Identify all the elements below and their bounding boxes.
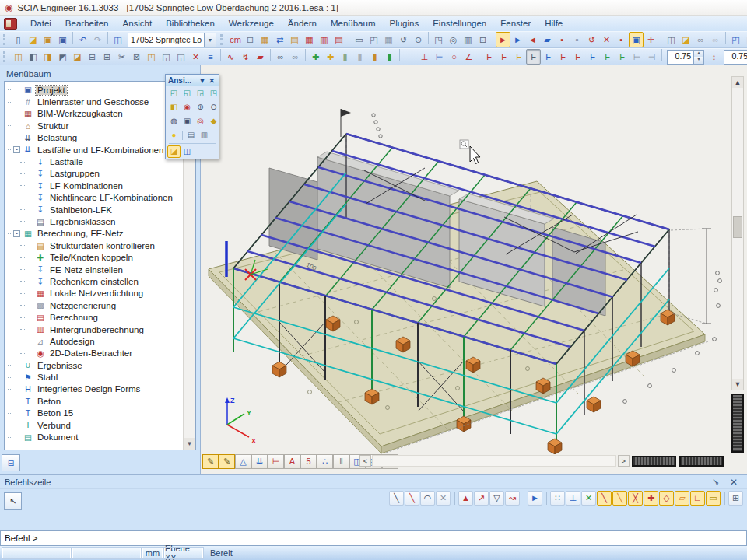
zoom-out-button[interactable]: ⊖ (207, 101, 220, 114)
snap-settings-button[interactable]: ⊞ (728, 491, 743, 506)
document-history-button[interactable]: ⊙ (411, 32, 426, 47)
show-supports-button[interactable]: ⊢ (268, 454, 284, 469)
copy-bar-button[interactable]: ◨ (40, 49, 55, 65)
load-panel-generate-button[interactable]: F (600, 49, 615, 65)
save-button[interactable]: ▣ (55, 32, 70, 47)
snap-line-button[interactable]: ╲ (389, 491, 404, 506)
menu-einstellungen[interactable]: Einstellungen (426, 19, 493, 28)
menu-hilfe[interactable]: Hilfe (538, 19, 570, 28)
stretch-bar-button[interactable]: ⊞ (100, 49, 114, 65)
menu-bibliotheken[interactable]: Bibliotheken (159, 19, 222, 28)
layers-button[interactable]: ⊟ (243, 32, 258, 47)
menu-plugins[interactable]: Plugins (382, 19, 426, 28)
tree-expander-icon[interactable]: - (13, 146, 20, 153)
vscroll-thumb[interactable] (733, 216, 742, 238)
polyline-select-button[interactable]: ∿ (223, 49, 238, 65)
render-image-2-button[interactable]: ▥ (198, 129, 211, 142)
tree-item-rechenkern[interactable]: ↧ Rechenkern einstellen (8, 275, 184, 287)
tree-item-stahlbeton-lfk[interactable]: ↧ Stahlbeton-LFK (8, 204, 184, 215)
render-image-button[interactable]: ▤ (184, 129, 198, 142)
dimension-line-button[interactable]: ― (402, 49, 417, 65)
tree-item-2d-daten[interactable]: ◉ 2D-Daten-Betrachter (8, 348, 184, 359)
view-camera-button[interactable]: ◉ (181, 101, 194, 114)
view-toolbar-header[interactable]: Ansi... ▼ ✕ (166, 75, 219, 86)
tree-item-lastfaelle-gruppe[interactable]: - ⇊ Lastfälle und LF-Kombinationen (8, 144, 184, 156)
print-preview-button[interactable]: ◰ (366, 32, 381, 47)
search-document-button[interactable]: ◎ (446, 32, 461, 47)
tree-item-teile-knoten[interactable]: ✚ Teile/Knoten koppeln (8, 251, 184, 263)
clipboard-button[interactable]: ▤ (287, 32, 302, 47)
undo-button[interactable]: ↶ (75, 32, 90, 47)
tree-expander-icon[interactable]: - (13, 230, 20, 237)
menu-menubaum[interactable]: Menübaum (324, 19, 383, 28)
load-panel-update-button[interactable]: F (615, 49, 630, 65)
center-selection-button[interactable]: ✛ (644, 32, 658, 47)
snap-endpoint-button[interactable]: ╲ (597, 491, 612, 506)
extend-bar-button[interactable]: ⊠ (129, 49, 144, 65)
scale-factor-spinner[interactable]: 0.75 ▲▼ (667, 50, 704, 65)
tree-item-nichtlineare-lf[interactable]: ↧ Nichtlineare LF-Kombinationen (8, 192, 184, 204)
deselect-button[interactable]: ▫ (570, 32, 584, 47)
cut-bar-button[interactable]: ✕ (188, 49, 203, 65)
align-bar-button[interactable]: ≡ (203, 49, 218, 65)
hscroll-right-icon[interactable]: > (618, 455, 630, 467)
document-refresh-button[interactable]: ↺ (396, 32, 411, 47)
tree-item-bim[interactable]: ▦ BIM-Werkzeugkasten (8, 108, 184, 120)
snap-off-button[interactable]: ✕ (581, 491, 596, 506)
vscroll-down-icon[interactable]: ▼ (732, 379, 743, 390)
document-icon[interactable] (4, 18, 17, 30)
ortho-button[interactable]: ⊥ (566, 491, 580, 506)
redo-button[interactable]: ↷ (90, 32, 105, 47)
scale-bar-button[interactable]: ⊟ (85, 49, 100, 65)
tree-item-hintergrundberechnung[interactable]: ▥ Hintergrundberechnung (8, 324, 184, 335)
menu-aendern[interactable]: Ändern (281, 19, 324, 28)
point-node-button[interactable]: ↗ (474, 491, 489, 506)
select-by-polygon-button[interactable]: ▰ (540, 32, 555, 47)
view-corner-button[interactable]: ◧ (167, 101, 181, 114)
tree-item-netzverdichtung[interactable]: ▦ Lokale Netzverdichtung (8, 288, 184, 299)
tree-tab-button[interactable]: ⊟ (2, 454, 20, 471)
visibility-glasses-button[interactable]: ∞ (273, 49, 288, 65)
tree-item-beton-15[interactable]: T Beton 15 (8, 408, 184, 419)
menu-fenster[interactable]: Fenster (493, 19, 538, 28)
zoom-all-button[interactable]: ▣ (181, 115, 194, 128)
menu-bearbeiten[interactable]: Bearbeiten (58, 19, 116, 28)
point-curve-button[interactable]: ↝ (505, 491, 520, 506)
toolbar-close-icon[interactable]: ✕ (207, 77, 216, 85)
undo-selection-button[interactable]: ↺ (584, 32, 599, 47)
save-layer-state-button[interactable]: ◫ (664, 32, 679, 47)
tree-item-integriertes-design[interactable]: H Integriertes Design Forms (8, 383, 184, 395)
zoom-control-horizontal[interactable] (679, 456, 724, 467)
tree-item-berechnung[interactable]: ▤ Berechnung (8, 311, 184, 323)
pan-control-horizontal[interactable] (632, 456, 676, 467)
visibility-glasses-2-button[interactable]: ∞ (288, 49, 303, 65)
naming-button[interactable]: ⊡ (475, 32, 490, 47)
show-sections-button[interactable]: ‖ (333, 454, 349, 469)
load-panel-select-button[interactable]: F (585, 49, 600, 65)
tree-item-ergebnisklassen[interactable]: ▤ Ergebnisklassen (8, 215, 184, 227)
hscroll-left-icon[interactable]: < (359, 455, 371, 467)
tree-item-lastgruppen[interactable]: ↧ Lastgruppen (8, 168, 184, 180)
light-bulb-button[interactable]: ● (167, 129, 181, 142)
dimension-circle-button[interactable]: ○ (447, 49, 461, 65)
select-single-button[interactable]: ▪ (555, 32, 570, 47)
show-nodes-button[interactable]: ∴ (317, 454, 333, 469)
dimension-horizontal-button[interactable]: ⊢ (432, 49, 447, 65)
view-3d-window-button[interactable]: ◫ (181, 145, 194, 158)
snap-line-point-button[interactable]: ╲ (405, 491, 419, 506)
tree-item-dokument[interactable]: ▤ Dokument (8, 431, 184, 443)
table-input-button[interactable]: ▤ (331, 32, 346, 47)
tree-item-linienraster[interactable]: # Linienraster und Geschosse (8, 96, 184, 107)
tree-item-ergebnisse[interactable]: ∪ Ergebnisse (8, 359, 184, 371)
move-copy-button[interactable]: ⇄ (272, 32, 287, 47)
load-panel-on-button[interactable]: ⊣ (644, 49, 659, 65)
table-results-button[interactable]: ▥ (317, 32, 331, 47)
tree-item-projekt[interactable]: ▣ Projekt (8, 84, 184, 96)
select-previous-button[interactable]: ▪ (614, 32, 629, 47)
modify-bar-button[interactable]: ◫ (11, 49, 26, 65)
column-check-button[interactable]: ▮ (382, 49, 397, 65)
load-panel-corner-button[interactable]: F (570, 49, 585, 65)
toolbar-grip[interactable] (3, 34, 9, 45)
tree-item-strukturdaten[interactable]: ▤ Strukturdaten kontrollieren (8, 240, 184, 251)
select-by-workplane-button[interactable]: ▣ (629, 32, 644, 47)
